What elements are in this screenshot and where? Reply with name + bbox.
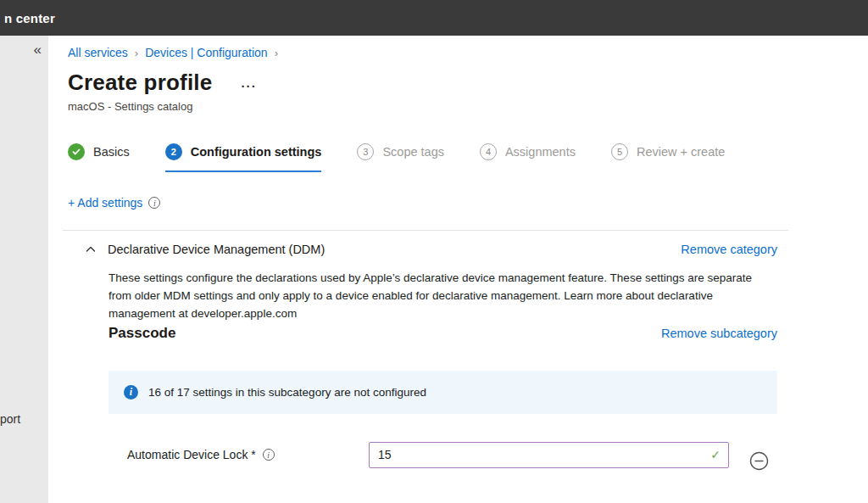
step-label: Scope tags (382, 145, 444, 159)
step-assignments[interactable]: 4 Assignments (480, 143, 576, 170)
sidebar-collapse-icon[interactable]: « (34, 42, 42, 57)
category-description: These settings configure the declaration… (108, 270, 777, 323)
info-icon[interactable] (148, 197, 160, 209)
check-circle-icon (68, 143, 85, 160)
info-filled-icon (124, 385, 138, 400)
breadcrumb: All services › Devices | Configuration › (68, 46, 777, 59)
step-label: Basics (93, 145, 130, 159)
main-content: All services › Devices | Configuration ›… (48, 36, 868, 503)
step-number-badge: 4 (480, 143, 497, 160)
step-label: Review + create (637, 145, 725, 159)
setting-label: Automatic Device Lock * (127, 448, 256, 461)
subcategory-title: Passcode (108, 325, 175, 342)
remove-category-button[interactable]: Remove category (681, 243, 777, 256)
add-settings-button[interactable]: + Add settings (68, 196, 142, 210)
step-label: Assignments (505, 145, 576, 159)
step-basics[interactable]: Basics (68, 143, 130, 170)
step-review-create[interactable]: 5 Review + create (611, 143, 725, 170)
category-header: Declarative Device Management (DDM) Remo… (68, 243, 777, 256)
category-title: Declarative Device Management (DDM) (108, 243, 325, 256)
step-configuration-settings[interactable]: 2 Configuration settings (165, 143, 322, 172)
app-title: n center (4, 11, 55, 25)
app-header: n center (0, 0, 868, 36)
page-title: Create profile (68, 70, 212, 96)
remove-setting-icon[interactable] (749, 451, 769, 471)
automatic-device-lock-input[interactable] (369, 442, 729, 468)
info-banner-text: 16 of 17 settings in this subcategory ar… (148, 386, 426, 399)
page-subtitle: macOS - Settings catalog (68, 100, 777, 113)
breadcrumb-all-services[interactable]: All services (68, 46, 128, 59)
info-icon[interactable] (263, 449, 275, 461)
sidebar-item-support[interactable]: port (0, 412, 48, 426)
chevron-up-icon[interactable] (85, 243, 97, 255)
breadcrumb-devices-configuration[interactable]: Devices | Configuration (145, 46, 267, 59)
step-number-badge: 5 (611, 143, 628, 160)
setting-row: Automatic Device Lock * ✓ (108, 439, 777, 471)
sidebar: « port (0, 36, 48, 503)
chevron-right-icon: › (275, 47, 278, 59)
step-label: Configuration settings (191, 145, 322, 159)
more-options-button[interactable]: ... (241, 76, 257, 89)
section-divider (63, 230, 788, 231)
info-banner: 16 of 17 settings in this subcategory ar… (108, 371, 777, 414)
remove-subcategory-button[interactable]: Remove subcategory (661, 327, 777, 340)
step-number-badge: 2 (165, 143, 182, 160)
wizard-steps: Basics 2 Configuration settings 3 Scope … (68, 143, 777, 172)
step-number-badge: 3 (357, 143, 374, 160)
step-scope-tags[interactable]: 3 Scope tags (357, 143, 444, 170)
chevron-right-icon: › (135, 47, 138, 59)
